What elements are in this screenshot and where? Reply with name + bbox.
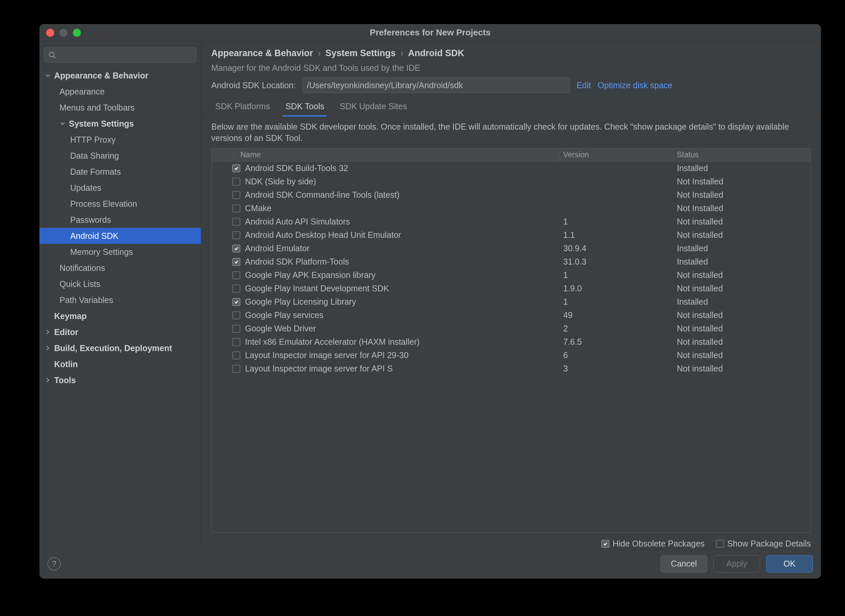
- checkbox-icon[interactable]: [232, 298, 240, 306]
- cell-status: Not installed: [673, 308, 811, 322]
- show-package-details-checkbox[interactable]: Show Package Details: [716, 539, 811, 549]
- sidebar-item[interactable]: System Settings: [40, 116, 201, 132]
- tab[interactable]: SDK Tools: [283, 98, 327, 117]
- checkbox-icon[interactable]: [232, 271, 240, 279]
- table-row[interactable]: Android SDK Build-Tools 32Installed: [212, 162, 811, 175]
- cell-name: Layout Inspector image server for API S: [212, 362, 560, 375]
- help-button[interactable]: ?: [47, 557, 61, 571]
- sidebar-item[interactable]: Build, Execution, Deployment: [40, 340, 201, 356]
- checkbox-icon[interactable]: [232, 178, 240, 186]
- sidebar-item[interactable]: Date Formats: [40, 164, 201, 180]
- minimize-window-button[interactable]: [59, 29, 68, 37]
- edit-sdk-location-link[interactable]: Edit: [577, 81, 591, 90]
- sidebar-item[interactable]: Passwords: [40, 212, 201, 228]
- cell-name: Google Play Licensing Library: [212, 295, 560, 309]
- sidebar-item-label: Android SDK: [70, 231, 119, 241]
- sidebar-item[interactable]: Android SDK: [40, 228, 201, 244]
- sidebar-item[interactable]: Kotlin: [40, 356, 201, 372]
- package-name: Android Auto Desktop Head Unit Emulator: [245, 230, 401, 240]
- sidebar-item-label: System Settings: [69, 119, 134, 129]
- table-row[interactable]: Android Auto API Simulators1Not installe…: [212, 215, 811, 229]
- table-row[interactable]: Google Play Instant Development SDK1.9.0…: [212, 282, 811, 295]
- package-name: Google Play Licensing Library: [245, 297, 356, 307]
- cell-status: Installed: [673, 255, 811, 268]
- table-row[interactable]: Android SDK Command-line Tools (latest)N…: [212, 188, 811, 202]
- checkbox-icon[interactable]: [232, 258, 240, 266]
- sidebar-search[interactable]: [44, 47, 196, 63]
- sidebar-item[interactable]: Notifications: [40, 260, 201, 276]
- optimize-disk-space-link[interactable]: Optimize disk space: [598, 81, 673, 90]
- sidebar-item[interactable]: Process Elevation: [40, 196, 201, 212]
- breadcrumb-item[interactable]: System Settings: [326, 48, 396, 59]
- cell-name: Google Play APK Expansion library: [212, 268, 560, 282]
- sdk-location-input[interactable]: [303, 78, 570, 93]
- checkbox-icon[interactable]: [232, 191, 240, 199]
- checkbox-icon[interactable]: [232, 164, 240, 172]
- sidebar-item[interactable]: Quick Lists: [40, 276, 201, 292]
- sidebar-item[interactable]: Menus and Toolbars: [40, 100, 201, 116]
- sidebar-item[interactable]: Editor: [40, 324, 201, 340]
- sidebar-item[interactable]: Appearance: [40, 84, 201, 100]
- sidebar-item-label: Keymap: [54, 311, 87, 321]
- table-row[interactable]: Google Play APK Expansion library1Not in…: [212, 268, 811, 282]
- sidebar-item[interactable]: Memory Settings: [40, 244, 201, 260]
- table-header-status[interactable]: Status: [673, 148, 811, 161]
- checkbox-icon[interactable]: [232, 338, 240, 346]
- cell-status: Not installed: [673, 215, 811, 229]
- tab[interactable]: SDK Update Sites: [337, 98, 410, 117]
- table-row[interactable]: Google Web Driver2Not installed: [212, 322, 811, 335]
- sidebar-item[interactable]: Data Sharing: [40, 148, 201, 164]
- table-row[interactable]: Layout Inspector image server for API 29…: [212, 349, 811, 362]
- checkbox-icon[interactable]: [232, 285, 240, 293]
- checkbox-icon[interactable]: [232, 231, 240, 239]
- sidebar-search-input[interactable]: [59, 50, 192, 60]
- sidebar-item[interactable]: Path Variables: [40, 292, 201, 308]
- checkbox-icon[interactable]: [232, 351, 240, 359]
- sidebar-item[interactable]: Tools: [40, 372, 201, 388]
- cell-version: 1: [560, 215, 673, 229]
- cell-status: Not installed: [673, 268, 811, 282]
- svg-line-1: [53, 56, 56, 58]
- cell-status: Installed: [673, 295, 811, 309]
- close-window-button[interactable]: [46, 29, 54, 37]
- checkbox-icon[interactable]: [232, 245, 240, 252]
- cancel-button[interactable]: Cancel: [660, 555, 707, 573]
- ok-button[interactable]: OK: [766, 555, 813, 573]
- sidebar-item[interactable]: HTTP Proxy: [40, 132, 201, 148]
- main-panel: Appearance & Behavior › System Settings …: [201, 41, 821, 549]
- table-row[interactable]: NDK (Side by side)Not Installed: [212, 175, 811, 188]
- cell-version: [560, 193, 673, 197]
- apply-button[interactable]: Apply: [713, 555, 760, 573]
- table-row[interactable]: Intel x86 Emulator Accelerator (HAXM ins…: [212, 335, 811, 349]
- cell-status: Installed: [673, 242, 811, 255]
- table-row[interactable]: Google Play Licensing Library1Installed: [212, 295, 811, 309]
- sidebar-item[interactable]: Updates: [40, 180, 201, 196]
- table-body[interactable]: Android SDK Build-Tools 32InstalledNDK (…: [212, 162, 811, 533]
- table-header-name[interactable]: Name: [232, 148, 560, 161]
- svg-point-0: [50, 52, 54, 57]
- table-row[interactable]: CMakeNot Installed: [212, 202, 811, 215]
- table-row[interactable]: Android SDK Platform-Tools31.0.3Installe…: [212, 255, 811, 268]
- checkbox-icon[interactable]: [232, 218, 240, 226]
- sidebar-item[interactable]: Keymap: [40, 308, 201, 324]
- window-title: Preferences for New Projects: [40, 27, 821, 38]
- sidebar-item[interactable]: Appearance & Behavior: [40, 67, 201, 84]
- table-header-version[interactable]: Version: [560, 148, 673, 161]
- checkbox-icon[interactable]: [232, 365, 240, 373]
- cell-name: CMake: [212, 201, 560, 215]
- breadcrumb-item[interactable]: Appearance & Behavior: [211, 48, 313, 59]
- table-row[interactable]: Android Emulator30.9.4Installed: [212, 242, 811, 255]
- window-body: Appearance & BehaviorAppearanceMenus and…: [40, 41, 821, 549]
- table-row[interactable]: Layout Inspector image server for API S3…: [212, 362, 811, 375]
- hide-obsolete-checkbox[interactable]: Hide Obsolete Packages: [601, 539, 705, 549]
- table-row[interactable]: Google Play services49Not installed: [212, 309, 811, 322]
- checkbox-icon[interactable]: [232, 204, 240, 213]
- tab[interactable]: SDK Platforms: [213, 98, 273, 117]
- cell-name: Google Web Driver: [212, 322, 560, 335]
- checkbox-icon[interactable]: [232, 325, 240, 333]
- checkbox-icon[interactable]: [232, 311, 240, 319]
- zoom-window-button[interactable]: [73, 29, 81, 37]
- cell-status: Not installed: [673, 282, 811, 295]
- cell-name: NDK (Side by side): [212, 175, 560, 188]
- table-row[interactable]: Android Auto Desktop Head Unit Emulator1…: [212, 229, 811, 242]
